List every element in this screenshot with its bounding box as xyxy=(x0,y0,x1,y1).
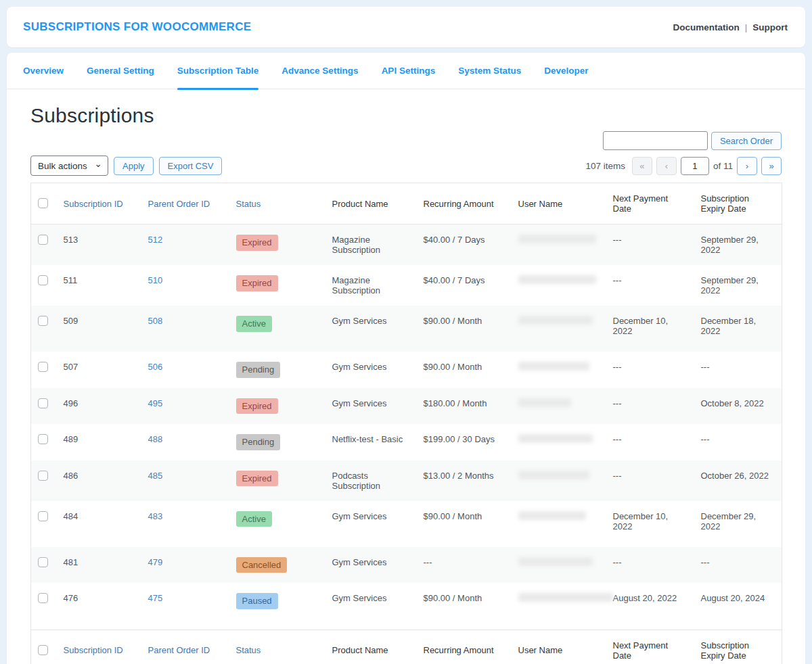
parent-order-link[interactable]: 508 xyxy=(148,316,163,326)
row-checkbox-cell xyxy=(31,583,57,630)
parent-order-cell: 512 xyxy=(141,224,229,266)
parent-order-link[interactable]: 506 xyxy=(148,362,163,372)
parent-order-link[interactable]: 512 xyxy=(148,235,163,245)
tab-subscription-table[interactable]: Subscription Table xyxy=(177,53,259,89)
recurring-amount-cell: $90.00 / Month xyxy=(417,306,512,352)
status-badge: Paused xyxy=(236,593,278,609)
tab-general-setting[interactable]: General Setting xyxy=(87,53,154,89)
subscriptions-table: Subscription IDParent Order IDStatusProd… xyxy=(30,183,782,664)
row-checkbox[interactable] xyxy=(38,362,48,372)
column-header-recurring-amount: Recurring Amount xyxy=(417,183,512,224)
content-area: Subscriptions Search Order Bulk actions … xyxy=(7,104,805,664)
parent-order-cell: 495 xyxy=(141,388,229,425)
expiry-date-cell: September 29, 2022 xyxy=(694,265,782,306)
row-checkbox[interactable] xyxy=(38,434,48,444)
last-page-button[interactable]: » xyxy=(761,157,782,175)
tab-system-status[interactable]: System Status xyxy=(458,53,521,89)
table-row: 496495ExpiredGym Services$180.00 / Month… xyxy=(31,388,782,425)
parent-order-link[interactable]: 510 xyxy=(148,275,163,285)
table-row: 484483ActiveGym Services$90.00 / MonthDe… xyxy=(31,501,782,547)
column-header-subscription-id[interactable]: Subscription ID xyxy=(57,630,141,664)
product-name-cell: Gym Services xyxy=(325,501,417,547)
column-header-product-name: Product Name xyxy=(325,183,417,224)
column-header-subscription-id[interactable]: Subscription ID xyxy=(57,183,141,224)
row-checkbox[interactable] xyxy=(38,398,48,408)
status-cell: Expired xyxy=(229,460,325,501)
column-header-parent-order-id[interactable]: Parent Order ID xyxy=(141,183,229,224)
expiry-date-cell: --- xyxy=(694,424,782,460)
row-checkbox[interactable] xyxy=(38,511,48,521)
next-payment-date-cell: --- xyxy=(606,460,694,501)
column-header-status[interactable]: Status xyxy=(229,183,325,224)
recurring-amount-cell: $40.00 / 7 Days xyxy=(417,265,512,306)
user-name-cell xyxy=(512,547,606,584)
parent-order-cell: 479 xyxy=(141,547,229,584)
subscription-id-cell: 484 xyxy=(57,501,141,547)
select-all-checkbox[interactable] xyxy=(38,645,48,655)
row-checkbox[interactable] xyxy=(38,235,48,245)
search-order-button[interactable]: Search Order xyxy=(711,132,782,150)
user-name-cell xyxy=(512,352,606,388)
tab-api-settings[interactable]: API Settings xyxy=(382,53,436,89)
table-header-row: Subscription IDParent Order IDStatusProd… xyxy=(31,183,782,224)
parent-order-link[interactable]: 479 xyxy=(148,557,163,567)
row-checkbox[interactable] xyxy=(38,557,48,567)
parent-order-cell: 475 xyxy=(141,583,229,630)
items-count: 107 items xyxy=(585,161,625,171)
status-cell: Cancelled xyxy=(229,547,325,584)
user-name-cell xyxy=(512,265,606,306)
search-input[interactable] xyxy=(603,131,708,150)
recurring-amount-cell: --- xyxy=(417,547,512,584)
bulk-actions-group: Bulk actions ⌄ Apply Export CSV xyxy=(30,156,222,176)
tab-developer[interactable]: Developer xyxy=(544,53,588,89)
column-header-status[interactable]: Status xyxy=(229,630,325,664)
table-row: 507506PendingGym Services$90.00 / Month-… xyxy=(31,352,782,388)
parent-order-link[interactable]: 483 xyxy=(148,511,163,521)
current-page-input[interactable] xyxy=(681,157,709,175)
apply-button[interactable]: Apply xyxy=(114,157,154,175)
bulk-actions-select[interactable]: Bulk actions xyxy=(30,156,108,176)
recurring-amount-cell: $90.00 / Month xyxy=(417,583,512,630)
parent-order-cell: 510 xyxy=(141,265,229,306)
next-payment-date-cell: --- xyxy=(606,352,694,388)
recurring-amount-cell: $13.00 / 2 Months xyxy=(417,460,512,501)
tab-bar: OverviewGeneral SettingSubscription Tabl… xyxy=(7,53,805,89)
status-cell: Active xyxy=(229,501,325,547)
product-name-cell: Gym Services xyxy=(325,547,417,584)
export-csv-button[interactable]: Export CSV xyxy=(159,157,223,175)
search-row: Search Order xyxy=(30,131,782,150)
row-checkbox[interactable] xyxy=(38,593,48,603)
column-header-user-name: User Name xyxy=(512,183,606,224)
subscription-id-cell: 507 xyxy=(57,352,141,388)
parent-order-link[interactable]: 475 xyxy=(148,593,163,603)
parent-order-link[interactable]: 488 xyxy=(148,434,163,444)
next-page-button[interactable]: › xyxy=(737,157,757,175)
tab-advance-settings[interactable]: Advance Settings xyxy=(281,53,358,89)
subscription-id-cell: 511 xyxy=(57,265,141,306)
row-checkbox[interactable] xyxy=(38,471,48,481)
subscription-id-cell: 489 xyxy=(57,424,141,460)
subscription-id-cell: 513 xyxy=(57,224,141,266)
user-name-cell xyxy=(512,583,606,630)
row-checkbox[interactable] xyxy=(38,275,48,285)
parent-order-link[interactable]: 485 xyxy=(148,471,163,481)
status-badge: Expired xyxy=(236,398,278,414)
product-name-cell: Magazine Subscription xyxy=(325,224,417,266)
select-all-checkbox[interactable] xyxy=(38,198,48,208)
row-checkbox[interactable] xyxy=(38,316,48,326)
status-badge: Active xyxy=(236,511,272,527)
column-header-parent-order-id[interactable]: Parent Order ID xyxy=(141,630,229,664)
user-name-redacted xyxy=(518,471,589,479)
column-header-user-name: User Name xyxy=(512,630,606,664)
prev-page-button[interactable]: ‹ xyxy=(656,157,677,175)
first-page-button[interactable]: « xyxy=(632,157,652,175)
support-link[interactable]: Support xyxy=(752,22,788,32)
next-payment-date-cell: --- xyxy=(606,547,694,584)
user-name-redacted xyxy=(518,275,596,284)
subscription-id-cell: 496 xyxy=(57,388,141,425)
documentation-link[interactable]: Documentation xyxy=(673,22,739,32)
parent-order-cell: 506 xyxy=(141,352,229,388)
tab-overview[interactable]: Overview xyxy=(23,53,64,89)
parent-order-link[interactable]: 495 xyxy=(148,398,163,408)
parent-order-cell: 483 xyxy=(141,501,229,547)
